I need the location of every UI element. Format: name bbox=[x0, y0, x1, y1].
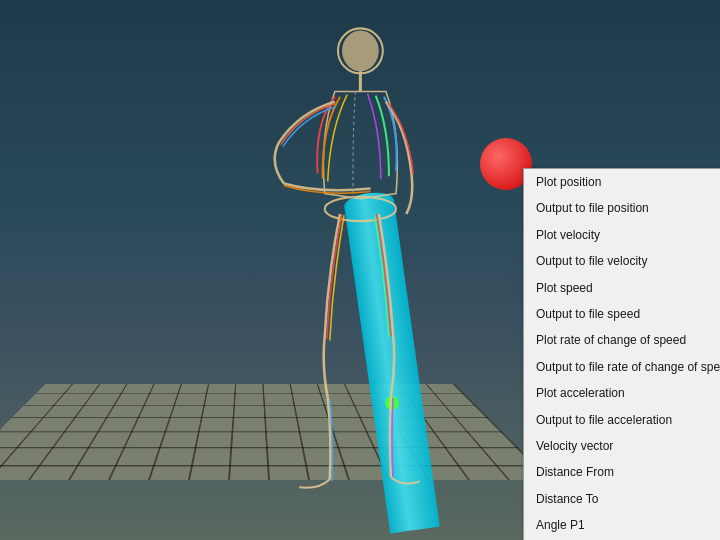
svg-point-1 bbox=[342, 30, 379, 71]
menu-item-output-file-speed[interactable]: Output to file speed bbox=[524, 301, 720, 327]
menu-item-plot-rate-change-speed[interactable]: Plot rate of change of speed bbox=[524, 327, 720, 353]
menu-item-angle-p1[interactable]: Angle P1 bbox=[524, 512, 720, 538]
skeleton-figure bbox=[160, 10, 520, 520]
menu-item-plot-acceleration[interactable]: Plot acceleration bbox=[524, 380, 720, 406]
menu-item-plot-velocity[interactable]: Plot velocity bbox=[524, 222, 720, 248]
menu-item-velocity-vector[interactable]: Velocity vector bbox=[524, 433, 720, 459]
menu-item-distance-to[interactable]: Distance To bbox=[524, 486, 720, 512]
menu-item-distance-from[interactable]: Distance From bbox=[524, 459, 720, 485]
menu-item-plot-position[interactable]: Plot position bbox=[524, 169, 720, 195]
menu-item-output-file-velocity[interactable]: Output to file velocity bbox=[524, 248, 720, 274]
menu-item-plot-speed[interactable]: Plot speed bbox=[524, 275, 720, 301]
menu-item-output-file-acceleration[interactable]: Output to file acceleration bbox=[524, 407, 720, 433]
svg-point-3 bbox=[325, 197, 396, 221]
menu-item-output-file-rate-change-speed[interactable]: Output to file rate of change of speed bbox=[524, 354, 720, 380]
context-menu: Plot positionOutput to file positionPlot… bbox=[523, 168, 720, 540]
menu-item-output-file-position[interactable]: Output to file position bbox=[524, 195, 720, 221]
